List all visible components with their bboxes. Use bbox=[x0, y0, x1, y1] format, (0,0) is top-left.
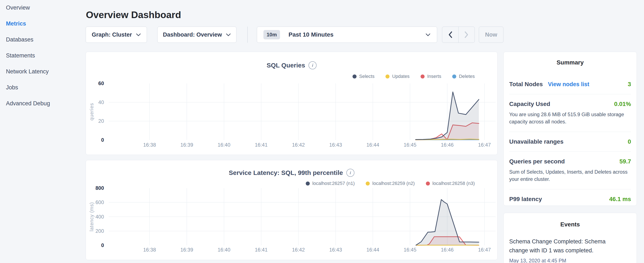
sidebar-item-metrics[interactable]: Metrics bbox=[6, 21, 85, 27]
summary-row-unavailable-ranges: Unavailable ranges 0 bbox=[509, 132, 631, 152]
legend-item: localhost:26259 (n2) bbox=[366, 181, 414, 186]
legend-label: Selects bbox=[359, 74, 374, 79]
summary-description: You are using 28.6 MiB of 515.9 GiB usab… bbox=[509, 111, 631, 125]
svg-text:16:39: 16:39 bbox=[180, 142, 193, 148]
summary-row-total-nodes: Total Nodes View nodes list 3 bbox=[509, 75, 631, 94]
svg-text:latency (ms): latency (ms) bbox=[89, 202, 94, 231]
previous-range-button[interactable] bbox=[442, 27, 458, 43]
events-title: Events bbox=[509, 221, 631, 228]
svg-text:16:42: 16:42 bbox=[292, 247, 305, 252]
sidebar-item-databases[interactable]: Databases bbox=[6, 37, 85, 43]
svg-text:16:47: 16:47 bbox=[478, 247, 491, 252]
view-nodes-list-link[interactable]: View nodes list bbox=[548, 81, 589, 88]
time-window-label: Past 10 Minutes bbox=[288, 31, 334, 38]
svg-text:16:41: 16:41 bbox=[255, 247, 268, 252]
legend-label: localhost:26257 (n1) bbox=[312, 181, 355, 186]
svg-text:16:38: 16:38 bbox=[143, 142, 156, 148]
svg-text:16:46: 16:46 bbox=[441, 142, 454, 148]
summary-value: 3 bbox=[628, 81, 631, 88]
legend-item: Updates bbox=[386, 74, 410, 79]
legend-dot-icon bbox=[426, 181, 430, 185]
svg-text:200: 200 bbox=[96, 228, 104, 234]
legend-label: localhost:26259 (n2) bbox=[372, 181, 414, 186]
summary-row-p99-latency: P99 latency 46.1 ms bbox=[509, 189, 631, 209]
legend-dot-icon bbox=[452, 75, 456, 79]
event-text: Schema Change Completed: Schema change w… bbox=[509, 237, 612, 255]
dashboard-dropdown[interactable]: Dashboard: Overview bbox=[157, 27, 236, 43]
legend-dot-icon bbox=[386, 75, 390, 79]
dashboard-dropdown-label: Dashboard: Overview bbox=[163, 32, 222, 38]
summary-title: Summary bbox=[509, 59, 631, 66]
legend-dot-icon bbox=[306, 181, 310, 185]
summary-row-capacity-used: Capacity Used 0.01% You are using 28.6 M… bbox=[509, 94, 631, 132]
svg-text:600: 600 bbox=[96, 199, 104, 205]
legend-label: localhost:26258 (n3) bbox=[432, 181, 475, 186]
sql-queries-chart-card: 16:3816:3916:4016:4116:4216:4316:4416:45… bbox=[86, 52, 498, 155]
time-window-dropdown[interactable]: 10m Past 10 Minutes bbox=[257, 27, 437, 43]
legend-label: Inserts bbox=[427, 74, 441, 79]
chevron-left-icon bbox=[448, 31, 452, 38]
summary-label: Total Nodes bbox=[509, 81, 543, 88]
svg-text:16:43: 16:43 bbox=[329, 247, 342, 252]
svg-text:16:45: 16:45 bbox=[404, 142, 416, 148]
svg-text:16:40: 16:40 bbox=[218, 247, 230, 252]
svg-text:16:40: 16:40 bbox=[218, 142, 230, 148]
svg-text:16:45: 16:45 bbox=[404, 247, 416, 252]
chart-title: Service Latency: SQL, 99th percentile bbox=[229, 169, 343, 176]
svg-text:16:42: 16:42 bbox=[292, 142, 305, 148]
svg-text:0: 0 bbox=[101, 242, 104, 248]
service-latency-chart-card: 16:3816:3916:4016:4116:4216:4316:4416:45… bbox=[86, 160, 498, 260]
chart-title: SQL Queries bbox=[266, 62, 305, 69]
time-range-pager bbox=[442, 27, 475, 43]
svg-text:0: 0 bbox=[101, 137, 104, 143]
sidebar-item-advanced-debug[interactable]: Advanced Debug bbox=[6, 100, 85, 107]
svg-text:400: 400 bbox=[96, 214, 104, 220]
sidebar: Overview Metrics Databases Statements Ne… bbox=[0, 0, 85, 263]
summary-label: P99 latency bbox=[509, 196, 542, 203]
app-root: Overview Metrics Databases Statements Ne… bbox=[0, 0, 644, 263]
svg-text:16:41: 16:41 bbox=[255, 142, 268, 148]
legend-item: localhost:26257 (n1) bbox=[306, 181, 355, 186]
legend-label: Updates bbox=[392, 74, 410, 79]
svg-text:16:44: 16:44 bbox=[366, 247, 379, 252]
sidebar-item-network-latency[interactable]: Network Latency bbox=[6, 69, 85, 75]
sidebar-item-jobs[interactable]: Jobs bbox=[6, 85, 85, 91]
sidebar-item-statements[interactable]: Statements bbox=[6, 53, 85, 59]
svg-text:queries: queries bbox=[89, 103, 94, 120]
svg-text:16:44: 16:44 bbox=[366, 142, 379, 148]
legend-item: Deletes bbox=[452, 74, 475, 79]
legend-dot-icon bbox=[366, 181, 370, 185]
summary-description: Sum of Selects, Updates, Inserts, and De… bbox=[509, 168, 631, 183]
time-window-badge: 10m bbox=[264, 30, 280, 39]
info-icon[interactable]: i bbox=[308, 61, 316, 69]
summary-row-queries-per-second: Queries per second 59.7 Sum of Selects, … bbox=[509, 152, 631, 189]
chevron-down-icon bbox=[426, 33, 430, 36]
event-timestamp: May 13, 2020 at 4:45 PM bbox=[509, 258, 631, 263]
next-range-button[interactable] bbox=[458, 27, 475, 43]
summary-label: Capacity Used bbox=[509, 101, 550, 107]
graph-dropdown[interactable]: Graph: Cluster bbox=[86, 27, 147, 43]
event-list-item[interactable]: Schema Change Completed: Schema change w… bbox=[509, 237, 631, 263]
svg-text:16:39: 16:39 bbox=[180, 247, 193, 252]
svg-text:60: 60 bbox=[98, 80, 104, 86]
summary-value: 46.1 ms bbox=[609, 196, 631, 203]
svg-text:800: 800 bbox=[96, 185, 104, 191]
chevron-down-icon bbox=[136, 33, 141, 36]
svg-text:16:43: 16:43 bbox=[329, 142, 342, 148]
info-icon[interactable]: i bbox=[346, 169, 354, 177]
legend-item: localhost:26258 (n3) bbox=[426, 181, 475, 186]
controls-divider bbox=[247, 27, 248, 43]
svg-text:16:38: 16:38 bbox=[143, 247, 156, 252]
summary-value: 0 bbox=[628, 138, 631, 145]
summary-label: Queries per second bbox=[509, 158, 565, 165]
chevron-right-icon bbox=[464, 31, 468, 38]
svg-text:16:47: 16:47 bbox=[478, 142, 491, 148]
legend-dot-icon bbox=[352, 75, 356, 79]
summary-label: Unavailable ranges bbox=[509, 138, 564, 145]
now-button[interactable]: Now bbox=[479, 27, 504, 43]
chart-legend: SelectsUpdatesInsertsDeletes bbox=[352, 74, 475, 79]
sidebar-item-overview[interactable]: Overview bbox=[6, 5, 85, 11]
graph-dropdown-label: Graph: Cluster bbox=[92, 32, 132, 38]
legend-dot-icon bbox=[420, 75, 424, 79]
page-title: Overview Dashboard bbox=[86, 9, 181, 21]
